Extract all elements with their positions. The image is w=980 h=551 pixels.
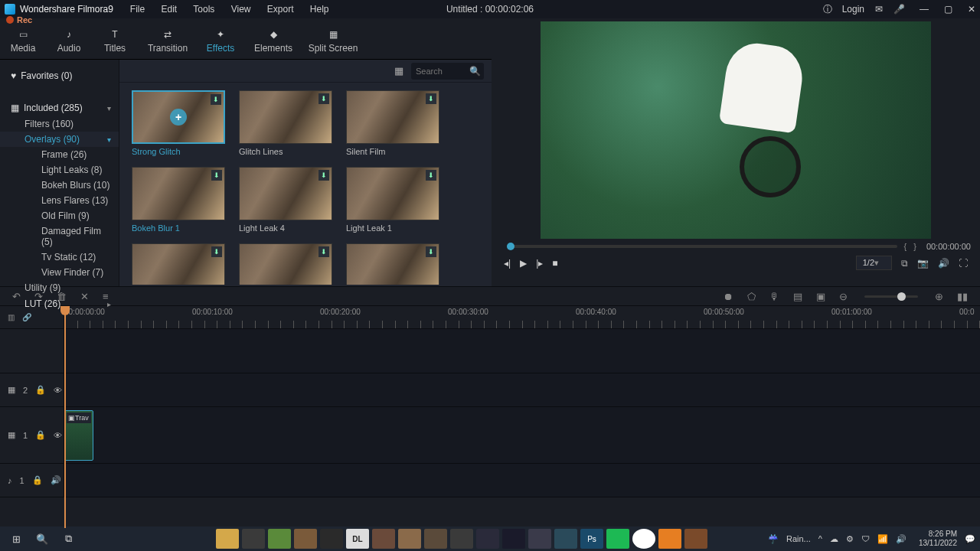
mic-icon[interactable]: 🎤 [893,4,904,15]
taskbar-app[interactable] [606,529,629,549]
taskbar-clock[interactable]: 8:26 PM 13/11/2022 [919,530,957,548]
taskbar-app[interactable] [450,529,473,549]
message-icon[interactable]: ✉ [874,4,884,15]
lock-icon[interactable]: 🔒 [32,475,43,485]
stop-button[interactable]: ■ [552,258,557,269]
taskbar-app[interactable]: DL [346,529,369,549]
link-icon[interactable]: 🔗 [22,313,31,321]
taskbar-app[interactable] [632,529,655,549]
zoom-handle[interactable] [897,292,906,301]
download-icon[interactable]: ⬇ [211,94,221,105]
zoom-fit-icon[interactable]: ▮▮ [957,291,968,302]
taskbar-app[interactable] [242,529,265,549]
speaker-icon[interactable]: 🔊 [51,475,61,485]
effect-thumb[interactable]: ⬇+Strong Glitch [132,90,225,156]
wifi-icon[interactable]: 📶 [877,534,888,544]
sidebar-leaf-frame[interactable]: Frame (26) [0,147,119,162]
effect-thumb[interactable]: ⬇ [132,243,225,285]
weather-text[interactable]: Rain... [786,534,811,543]
download-icon[interactable]: ⬇ [318,93,329,104]
cut-button[interactable]: ✕ [80,291,89,302]
marker-icon[interactable]: ⬠ [747,291,756,302]
zoom-slider[interactable] [864,295,918,298]
sidebar-overlays[interactable]: Overlays (90)▾ [0,132,119,147]
notifications-icon[interactable]: 💬 [965,534,975,544]
menu-export[interactable]: Export [267,4,294,15]
camera-icon[interactable]: 📷 [917,258,929,269]
playhead[interactable] [64,306,66,528]
close-button[interactable]: ✕ [968,4,975,15]
scrubber-track[interactable] [507,245,897,248]
taskbar-app[interactable] [502,529,525,549]
view-grid-icon[interactable]: ▦ [394,65,403,77]
sidebar-leaf-old-film[interactable]: Old Film (9) [0,208,119,223]
tab-effects[interactable]: ✦Effects [198,28,243,54]
taskbar-app[interactable] [320,529,343,549]
taskbar-app[interactable] [216,529,239,549]
effect-thumb[interactable]: ⬇Bokeh Blur 1 [132,167,225,233]
sidebar-leaf-view-finder[interactable]: View Finder (7) [0,265,119,280]
redo-button[interactable]: ↷ [34,291,43,302]
fullscreen-icon[interactable]: ⛶ [959,258,968,269]
sidebar-leaf-tv-static[interactable]: Tv Static (12) [0,249,119,265]
tab-elements[interactable]: ◆Elements [243,28,303,54]
sidebar-filters[interactable]: Filters (160) [0,116,119,132]
quality-select[interactable]: 1/2 ▾ [856,256,892,270]
lock-icon[interactable]: 🔒 [35,385,46,395]
login-link[interactable]: Login [842,4,864,15]
next-frame-button[interactable]: |▸ [536,258,543,269]
tray-icon[interactable]: ☁ [830,534,838,544]
menu-file[interactable]: File [130,4,145,15]
search-icon[interactable]: 🔍 [469,66,481,77]
search-box[interactable]: 🔍 [411,63,484,80]
effect-thumb[interactable]: ⬇ [346,243,439,285]
tab-titles[interactable]: TTitles [92,28,138,54]
tab-audio[interactable]: ♪Audio [46,28,92,54]
minimize-button[interactable]: — [920,4,929,15]
taskbar-app[interactable] [398,529,421,549]
video-track[interactable]: ▦1🔒👁 ▣ Trav [0,407,980,464]
eye-icon[interactable]: 👁 [54,386,62,395]
zoom-out-icon[interactable]: ⊖ [839,291,848,302]
taskbar-app[interactable] [528,529,551,549]
prev-frame-button[interactable]: ◂| [504,258,511,269]
video-clip[interactable]: ▣ Trav [64,410,93,461]
tray-chevron-icon[interactable]: ^ [818,534,822,543]
volume-tray-icon[interactable]: 🔊 [896,534,906,544]
tab-media[interactable]: ▭Media [0,28,46,54]
effect-thumb[interactable]: ⬇Light Leak 4 [239,167,332,233]
sidebar-leaf-damaged-film[interactable]: Damaged Film (5) [0,223,119,249]
effect-thumb[interactable]: ⬇Silent Film [346,90,439,156]
download-icon[interactable]: ⬇ [318,246,329,257]
zoom-in-icon[interactable]: ⊕ [935,291,943,302]
taskbar-app-filmora[interactable] [554,529,577,549]
sidebar-included[interactable]: ▦Included (285)▾ [0,99,119,116]
eye-icon[interactable]: 👁 [54,431,62,440]
capture-icon[interactable]: ▣ [816,291,825,302]
sidebar-leaf-lens-flares[interactable]: Lens Flares (13) [0,193,119,208]
sidebar-favorites[interactable]: ♥Favorites (0) [0,67,119,89]
adjust-button[interactable]: ≡ [103,291,109,302]
lock-icon[interactable]: 🔒 [35,430,46,440]
start-button[interactable]: ⊞ [5,529,28,549]
taskbar-app[interactable] [294,529,317,549]
taskbar-app[interactable] [684,529,707,549]
download-icon[interactable]: ⬇ [318,170,329,181]
delete-button[interactable]: 🗑 [57,291,67,302]
effect-thumb[interactable]: ⬇Glitch Lines [239,90,332,156]
download-icon[interactable]: ⬇ [426,93,436,104]
track-manage-icon[interactable]: ▥ [8,313,15,321]
scrubber-handle[interactable] [507,243,514,250]
effect-thumb[interactable]: ⬇Light Leak 1 [346,167,439,233]
taskbar-app[interactable] [476,529,499,549]
play-button[interactable]: ▶ [520,258,527,269]
fx-track[interactable]: ▦2🔒👁 [0,373,980,407]
taskbar-app[interactable] [424,529,447,549]
search-button[interactable]: 🔍 [31,529,54,549]
menu-view[interactable]: View [231,4,251,15]
sidebar-leaf-light-leaks[interactable]: Light Leaks (8) [0,162,119,178]
menu-edit[interactable]: Edit [162,4,178,15]
voiceover-icon[interactable]: 🎙 [769,291,779,302]
taskbar-app[interactable]: Ps [580,529,603,549]
menu-tools[interactable]: Tools [193,4,214,15]
